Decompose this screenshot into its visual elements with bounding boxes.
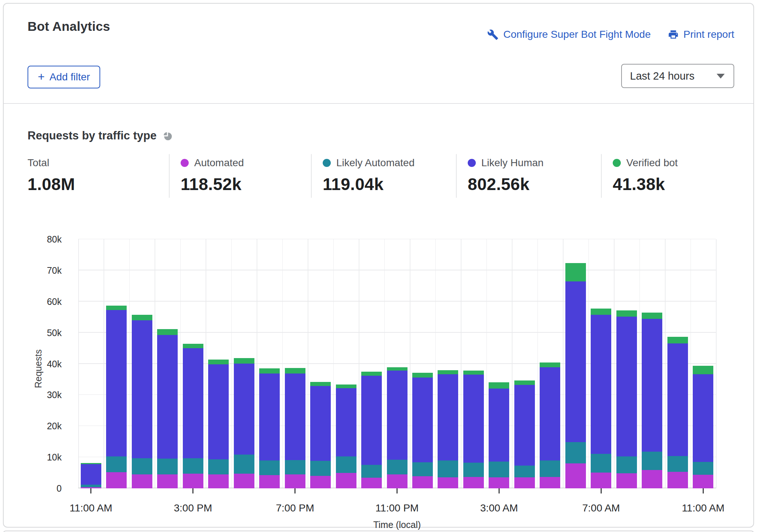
bar-segment-verified-bot	[514, 380, 535, 385]
x-tick-mark	[703, 488, 704, 493]
bar-segment-likely-human	[591, 315, 611, 454]
bar-segment-likely-automated	[336, 456, 356, 473]
chart-bar-9-00-pm[interactable]	[336, 385, 356, 488]
chart-bar-3-00-am[interactable]	[489, 382, 509, 488]
horizontal-gridline	[78, 270, 716, 270]
stat-total-value: 1.08M	[28, 174, 169, 194]
x-tick-label: 11:00 PM	[357, 502, 438, 514]
chart-bar-9-00-am[interactable]	[642, 313, 662, 488]
bar-segment-likely-automated	[285, 460, 305, 474]
bar-segment-verified-bot	[667, 337, 688, 343]
bar-segment-automated	[361, 478, 382, 488]
time-range-value: Last 24 hours	[630, 70, 695, 82]
stat-verified-bot[interactable]: Verified bot 41.38k	[601, 154, 734, 198]
bar-segment-verified-bot	[642, 313, 662, 319]
stat-likely-automated[interactable]: Likely Automated 119.04k	[311, 154, 456, 198]
bar-segment-verified-bot	[489, 382, 509, 389]
chart-bar-7-00-am[interactable]	[591, 309, 611, 488]
bar-segment-automated	[463, 477, 484, 488]
chart-bar-5-00-pm[interactable]	[234, 358, 254, 488]
bar-segment-automated	[667, 472, 688, 488]
chart-bar-8-00-pm[interactable]	[310, 382, 331, 488]
y-tick-label: 80k	[15, 234, 70, 245]
bar-segment-likely-automated	[183, 458, 203, 474]
stat-verified-bot-value: 41.38k	[613, 174, 734, 194]
vertical-gridline	[588, 239, 589, 488]
bar-segment-verified-bot	[565, 263, 586, 282]
stat-likely-human[interactable]: Likely Human 802.56k	[456, 154, 601, 198]
bar-segment-likely-human	[565, 281, 586, 442]
vertical-gridline	[614, 239, 615, 488]
chart-bar-8-00-am[interactable]	[616, 310, 637, 488]
bar-segment-likely-automated	[616, 456, 637, 473]
vertical-gridline	[384, 239, 385, 488]
bar-segment-automated	[412, 476, 433, 488]
bar-segment-automated	[208, 474, 229, 488]
add-filter-button[interactable]: + Add filter	[28, 66, 100, 88]
vertical-gridline	[308, 239, 308, 488]
bar-segment-verified-bot	[361, 372, 382, 376]
chart-bar-2-00-pm[interactable]	[157, 329, 178, 488]
stat-verified-bot-label: Verified bot	[626, 157, 678, 169]
header-actions: Configure Super Bot Fight Mode Print rep…	[487, 29, 734, 40]
bar-segment-automated	[565, 463, 586, 488]
bar-segment-likely-human	[412, 378, 433, 462]
chart-bar-1-00-pm[interactable]	[132, 315, 152, 488]
chart-bar-5-00-am[interactable]	[540, 362, 560, 488]
bar-segment-likely-automated	[693, 462, 713, 475]
y-axis-ticks: 010k20k30k40k50k60k70k80k	[15, 239, 70, 488]
vertical-gridline	[435, 239, 436, 488]
bar-segment-likely-human	[259, 374, 280, 460]
chart-bar-4-00-am[interactable]	[514, 380, 535, 488]
plus-icon: +	[38, 71, 45, 83]
bar-segment-likely-human	[514, 385, 535, 466]
bar-segment-likely-automated	[208, 459, 229, 474]
chart-bar-6-00-am[interactable]	[565, 263, 586, 488]
section-title: Requests by traffic type	[28, 129, 173, 142]
likely-automated-dot-icon	[323, 159, 331, 167]
chart-bar-2-00-am[interactable]	[463, 371, 484, 488]
vertical-gridline	[206, 239, 206, 488]
x-tick-label: 3:00 PM	[153, 502, 233, 514]
bar-segment-verified-bot	[463, 371, 484, 375]
time-range-select[interactable]: Last 24 hours	[621, 64, 734, 88]
vertical-gridline	[691, 239, 691, 488]
bar-segment-verified-bot	[310, 382, 331, 386]
vertical-gridline	[716, 239, 717, 488]
bar-segment-verified-bot	[387, 367, 408, 371]
print-report-link[interactable]: Print report	[668, 29, 735, 40]
vertical-gridline	[333, 239, 334, 488]
chart-bar-10-00-am[interactable]	[667, 337, 688, 488]
vertical-gridline	[665, 239, 666, 488]
vertical-gridline	[461, 239, 461, 488]
chart-bar-6-00-pm[interactable]	[259, 368, 280, 488]
x-tick-mark	[294, 488, 296, 493]
chevron-down-icon	[717, 74, 725, 79]
bar-segment-verified-bot	[208, 360, 229, 365]
bar-segment-automated	[642, 470, 662, 488]
section-title-text: Requests by traffic type	[28, 129, 156, 142]
stat-likely-automated-value: 119.04k	[323, 174, 456, 194]
chart-bar-1-00-am[interactable]	[438, 370, 458, 488]
bar-segment-likely-automated	[81, 485, 101, 487]
chart-bar-12-00-am[interactable]	[412, 373, 433, 488]
chart-bar-11-00-am[interactable]	[693, 366, 713, 488]
bar-segment-likely-automated	[642, 452, 662, 470]
bar-segment-likely-automated	[132, 458, 152, 474]
chart-bar-11-00-am[interactable]	[81, 463, 101, 488]
chart-bar-7-00-pm[interactable]	[285, 368, 305, 488]
chart-bar-3-00-pm[interactable]	[183, 344, 203, 488]
configure-super-bot-fight-mode-link[interactable]: Configure Super Bot Fight Mode	[487, 29, 651, 40]
chart-bar-10-00-pm[interactable]	[361, 372, 382, 488]
vertical-gridline	[410, 239, 410, 488]
bar-segment-likely-automated	[540, 460, 560, 477]
bar-segment-verified-bot	[157, 329, 178, 335]
y-tick-label: 70k	[15, 265, 70, 276]
x-tick-mark	[601, 488, 602, 493]
chart-bar-4-00-pm[interactable]	[208, 360, 229, 488]
stat-automated[interactable]: Automated 118.52k	[169, 154, 311, 198]
chart-bar-12-00-pm[interactable]	[106, 306, 127, 488]
bar-segment-likely-automated	[591, 454, 611, 473]
chart-bar-11-00-pm[interactable]	[387, 367, 408, 488]
vertical-gridline	[78, 239, 79, 488]
